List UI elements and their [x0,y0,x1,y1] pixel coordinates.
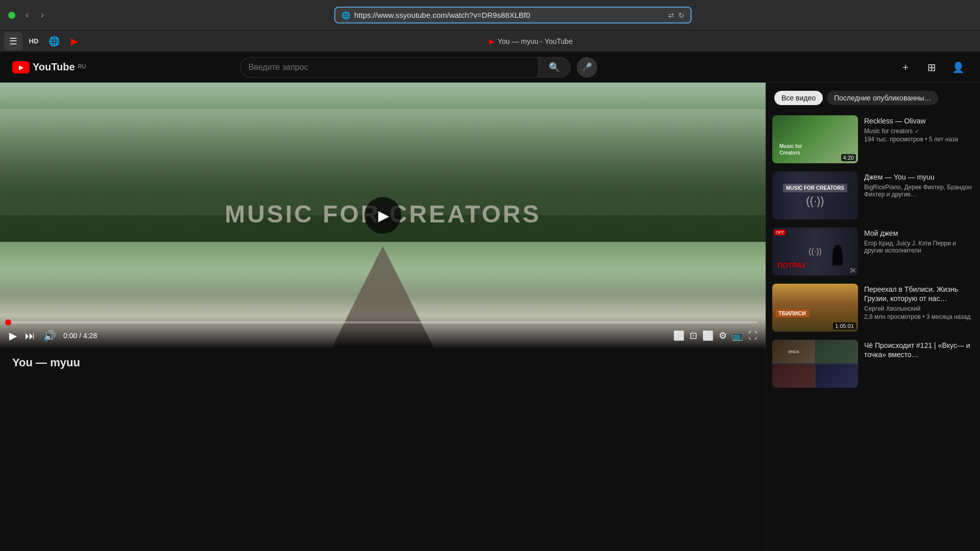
logo-badge: ОРТ [774,230,786,235]
sidebar-channel-moj: Егор Крид, Juicy J, Кэти Перри и другие … [864,240,972,254]
time-display: 0:00 / 4:28 [63,332,97,340]
back-button[interactable]: ‹ [21,8,33,22]
youtube-logo-icon: ▶ [12,61,30,73]
create-button[interactable]: ＋ [896,58,915,77]
search-button[interactable]: 🔍 [538,57,571,78]
volume-button[interactable]: 🔊 [42,329,57,343]
sidebar-item-tbilisi[interactable]: ТБИЛИСИ 1:05:01 Переехал в Тбилиси. Жизн… [766,280,980,336]
skip-button[interactable]: ⏭ [24,329,36,343]
tab-youtube[interactable]: ▶ [65,32,84,51]
radio-icon-moj: ((·)) [808,247,822,256]
mic-icon: 🎤 [582,63,592,71]
search-container: 🔍 🎤 [240,57,597,78]
thumb-logos: ОРТ [774,230,786,235]
account-icon: 👤 [952,61,965,73]
tab-title-area: ▶ You — myuu - YouTube [86,37,976,45]
main-content: MUSIC FOR CREATORS ▶ ▶ ⏭ 🔊 [0,83,980,551]
filter-all-videos[interactable]: Все видео [774,91,823,105]
thumb-moj: ПОТРАУ ОРТ 3K ((·)) [772,228,858,276]
video-player[interactable]: MUSIC FOR CREATORS ▶ ▶ ⏭ 🔊 [0,83,766,348]
video-title: You — myuu [12,356,753,369]
youtube-locale: RU [78,63,86,69]
sidebar-item-jam[interactable]: MUSIC FOR CREATORS ((·)) Джем — You — my… [766,167,980,223]
youtube-logo-text: YouTube [33,61,75,73]
settings-button[interactable]: ⚙ [719,330,727,341]
sidebar-filters: Все видео Последние опубликованны… [766,83,980,111]
fullscreen-button[interactable]: ⛶ [748,331,757,341]
hd-icon: HD [29,37,39,45]
progress-dot [5,319,11,325]
tab-hd[interactable]: HD [24,32,43,51]
thumb-label-reckless: Music forCreators [776,140,805,159]
sidebar-item-reckless[interactable]: Music forCreators 4:20 Reckless — Olivaw… [766,111,980,167]
play-pause-button[interactable]: ▶ [8,329,18,343]
video-controls: ▶ ⏭ 🔊 0:00 / 4:28 ⬜ ⊡ ⬜ ⚙ 📺 ⛶ [0,315,766,348]
progress-bar[interactable] [8,321,757,323]
tab-title: You — myuu - YouTube [498,37,573,45]
sidebar-item-info-cho: Чё Происходит #121 | «Вкус— и точка» вме… [862,340,974,388]
sidebar-channel-reckless: Music for creators ✓ [864,128,972,135]
search-icon: 🔍 [549,62,560,72]
tab-bar: ☰ HD 🌐 ▶ ▶ You — myuu - YouTube [0,31,980,52]
cho-label1: ИКЕА [788,349,799,354]
sidebar-title-reckless: Reckless — Olivaw [864,116,972,126]
traffic-light-green[interactable] [8,12,15,19]
thumb-icon-jam: ((·)) [806,194,824,208]
youtube-header: ▶ YouTube RU 🔍 🎤 ＋ ⊞ 👤 [0,52,980,83]
thumb-label-jam: MUSIC FOR CREATORS [783,184,847,192]
thumb-3k-moj: 3K [850,268,856,273]
miniplayer-button[interactable]: ⊡ [690,330,697,341]
address-bar[interactable] [354,11,664,19]
subtitles-button[interactable]: ⬜ [673,330,684,341]
mic-button[interactable]: 🎤 [577,57,597,78]
cho-cell3 [772,364,815,388]
sidebar-item-info-tbilisi: Переехал в Тбилиси. Жизнь Грузии, котору… [862,284,974,332]
thumb-duration-tbilisi: 1:05:01 [833,322,856,330]
sidebar-item-info-reckless: Reckless — Olivaw Music for creators ✓ 1… [862,115,974,163]
thumb-cho: ИКЕА [772,340,858,388]
silhouette [832,245,843,265]
cho-cell2 [816,340,859,363]
reload-icon[interactable]: ↻ [678,11,684,19]
sidebar-title-jam: Джем — You — myuu [864,172,972,182]
youtube-logo[interactable]: ▶ YouTube RU [12,61,86,73]
tbilisi-label: ТБИЛИСИ [775,309,809,317]
controls-right: ⬜ ⊡ ⬜ ⚙ 📺 ⛶ [673,330,757,341]
create-icon: ＋ [900,60,911,74]
thumb-tbilisi: ТБИЛИСИ 1:05:01 [772,284,858,332]
browser-chrome: ‹ › 🌐 ⇄ ↻ [0,0,980,31]
tab-globe[interactable]: 🌐 [45,32,63,51]
tab-list-icon[interactable]: ☰ [4,32,22,51]
list-icon: ☰ [9,36,17,47]
apps-icon: ⊞ [927,61,936,73]
play-button-overlay[interactable]: ▶ [364,197,401,234]
thumb-jam: MUSIC FOR CREATORS ((·)) [772,171,858,219]
apps-button[interactable]: ⊞ [923,58,941,77]
forward-button[interactable]: › [37,8,48,22]
theater-button[interactable]: ⬜ [702,330,714,341]
translate-icon[interactable]: ⇄ [668,11,674,19]
thumb-duration-reckless: 4:20 [841,154,856,161]
sidebar-title-cho: Чё Происходит #121 | «Вкус— и точка» вме… [864,341,972,359]
video-section: MUSIC FOR CREATORS ▶ ▶ ⏭ 🔊 [0,83,766,551]
cho-cell4 [816,364,859,388]
cho-cell1: ИКЕА [772,340,815,363]
video-info: You — myuu [0,348,766,378]
search-input[interactable] [240,57,538,78]
sidebar-channel-jam: BigRicePiano, Дерек Фихтер, Брандон Фихт… [864,184,972,198]
thumbnail-cho: ИКЕА [772,340,858,388]
address-bar-icons: ⇄ ↻ [668,11,684,19]
controls-row: ▶ ⏭ 🔊 0:00 / 4:28 ⬜ ⊡ ⬜ ⚙ 📺 ⛶ [8,329,757,343]
sidebar-item-moj[interactable]: ПОТРАУ ОРТ 3K ((·)) Мой джем Егор Крид, … [766,223,980,280]
thumbnail-jam: MUSIC FOR CREATORS ((·)) [772,171,858,219]
account-button[interactable]: 👤 [949,58,968,77]
sidebar: Все видео Последние опубликованны… Music… [766,83,980,551]
sidebar-item-cho[interactable]: ИКЕА Чё Происходит #121 | «Вкус— и точка… [766,336,980,392]
filter-recent[interactable]: Последние опубликованны… [827,91,938,105]
traffic-lights [8,12,15,19]
airplay-button[interactable]: 📺 [732,330,743,341]
sidebar-title-tbilisi: Переехал в Тбилиси. Жизнь Грузии, котору… [864,285,972,303]
tab-yt-icon: ▶ [489,37,495,45]
verified-icon-reckless: ✓ [915,128,919,134]
sidebar-meta-reckless: 194 тыс. просмотров • 5 лет наза [864,136,972,143]
